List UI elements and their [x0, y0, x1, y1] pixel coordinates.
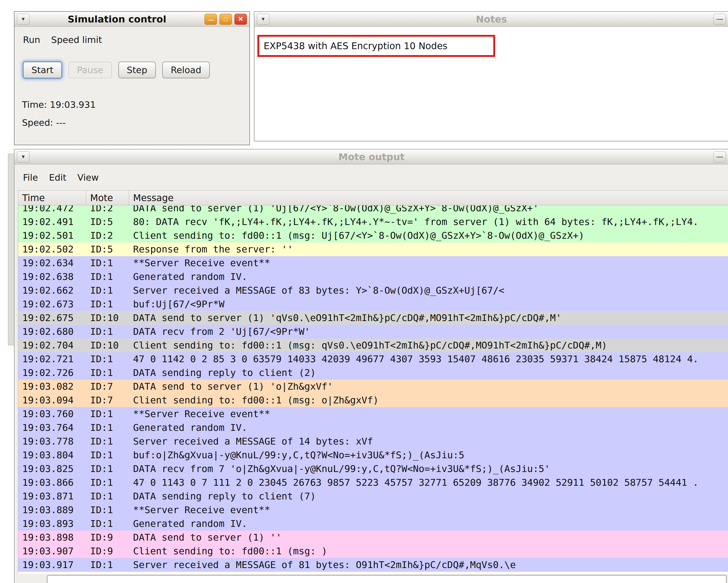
cell-message: 47 0 1142 0 2 85 3 0 63579 14033 42039 4… [129, 352, 728, 366]
notes-window: ▼ Notes — EXP5438 with AES Encryption 10… [254, 11, 728, 141]
table-row[interactable]: 19:03.866ID:147 0 1143 0 7 111 2 0 23045… [18, 476, 728, 490]
close-icon: ✕ [238, 15, 243, 23]
cell-mote: ID:1 [86, 476, 129, 490]
table-row[interactable]: 19:02.675ID:10DATA send to server (1) 'q… [18, 311, 728, 325]
table-row[interactable]: 19:02.472ID:2DATA send to server (1) 'Uj… [18, 205, 728, 215]
pause-button[interactable]: Pause [69, 62, 112, 78]
table-row[interactable]: 19:03.907ID:9Client sending to: fd00::1 … [18, 544, 728, 558]
notes-content-area[interactable]: EXP5438 with AES Encryption 10 Nodes [255, 27, 728, 140]
chevron-down-icon: ▼ [21, 16, 26, 22]
table-row[interactable]: 19:02.673ID:1buf:Uj[67/<9Pr*W [18, 297, 728, 311]
table-row[interactable]: 19:02.721ID:147 0 1142 0 2 85 3 0 63579 … [18, 352, 728, 366]
minimize-icon: — [717, 15, 723, 23]
cell-mote: ID:9 [86, 544, 129, 558]
table-header: Time Mote Message [18, 190, 728, 205]
menu-view[interactable]: View [77, 172, 99, 183]
table-row[interactable]: 19:03.082ID:7DATA send to server (1) 'o|… [18, 380, 728, 393]
cell-message: DATA send to server (1) 'o|Zh&gxVf' [129, 380, 728, 393]
table-row[interactable]: 19:02.502ID:5Response from the server: '… [18, 243, 728, 256]
close-button[interactable]: ✕ [234, 14, 247, 25]
start-button[interactable]: Start [23, 62, 62, 78]
table-row[interactable]: 19:03.804ID:1buf:o|Zh&gXvua|-y@KnuL/99:y… [18, 448, 728, 462]
cell-time: 19:03.082 [18, 380, 86, 393]
table-row[interactable]: 19:02.662ID:1Server received a MESSAGE o… [18, 284, 728, 297]
table-row[interactable]: 19:02.680ID:1DATA recv from 2 'Uj[67/<9P… [18, 325, 728, 338]
window-menu-button[interactable]: ▼ [17, 14, 29, 25]
cell-message: **Server Receive event** [129, 503, 728, 517]
annotation-highlight-box: EXP5438 with AES Encryption 10 Nodes [257, 35, 495, 57]
cell-message: Server received a MESSAGE of 14 bytes: x… [129, 435, 728, 448]
cell-time: 19:02.721 [18, 352, 86, 366]
column-header-time[interactable]: Time [18, 191, 86, 205]
cell-message: DATA recv from 7 'o|Zh&gXvua|-y@KnuL/99:… [129, 462, 728, 476]
cell-message: buf:Uj[67/<9Pr*W [129, 297, 728, 311]
simulation-menubar: Run Speed limit [15, 27, 250, 53]
cell-mote: ID:2 [86, 229, 129, 243]
cell-mote: ID:1 [86, 448, 129, 462]
mote-output-window: ▼ Mote output — File Edit View Time Mote… [14, 149, 728, 583]
cell-time: 19:03.917 [18, 558, 86, 572]
cell-message: Client sending to: fd00::1 (msg: o|Zh&gx… [129, 393, 728, 407]
cell-mote: ID:1 [86, 517, 129, 531]
menu-file[interactable]: File [23, 172, 38, 183]
table-row[interactable]: 19:02.638ID:1Generated random IV. [18, 270, 728, 284]
table-row[interactable]: 19:03.898ID:9DATA send to server (1) '' [18, 531, 728, 544]
table-row[interactable]: 19:02.704ID:10Client sending to: fd00::1… [18, 338, 728, 352]
cell-time: 19:02.638 [18, 270, 86, 284]
log-rows[interactable]: 19:02.472ID:2DATA send to server (1) 'Uj… [18, 205, 728, 574]
window-controls: — □ ✕ [205, 14, 247, 25]
cell-mote: ID:1 [86, 435, 129, 448]
table-row[interactable]: 19:02.501ID:2Client sending to: fd00::1 … [18, 229, 728, 243]
window-menu-button[interactable]: ▼ [17, 151, 29, 162]
cell-message: 80: DATA recv 'fK,;LY4+.fK,;LY4+.fK,;LY4… [129, 215, 728, 229]
step-button[interactable]: Step [118, 62, 156, 78]
cell-message: Client sending to: fd00::1 (msg: ) [129, 544, 728, 558]
minimize-icon: — [208, 17, 213, 23]
table-row[interactable]: 19:03.917ID:1Server received a MESSAGE o… [18, 558, 728, 572]
cell-time: 19:03.893 [18, 517, 86, 531]
mote-output-menubar: File Edit View [15, 164, 728, 190]
maximize-button[interactable]: □ [219, 14, 232, 25]
table-row[interactable]: 19:02.491ID:580: DATA recv 'fK,;LY4+.fK,… [18, 215, 728, 229]
cell-message: DATA send to server (1) '' [129, 531, 728, 544]
cell-mote: ID:10 [86, 311, 129, 325]
minimize-button[interactable]: — [205, 14, 217, 25]
window-menu-button[interactable]: ▼ [257, 14, 269, 25]
window-controls: — [713, 14, 726, 25]
cell-time: 19:03.889 [18, 503, 86, 517]
cell-time: 19:02.472 [18, 205, 86, 215]
table-row[interactable]: 19:03.889ID:1**Server Receive event** [18, 503, 728, 517]
cell-message: Client sending to: fd00::1 (msg: qVs0.\e… [129, 338, 728, 352]
table-row[interactable]: 19:03.871ID:1DATA sending reply to clien… [18, 490, 728, 503]
cell-time: 19:02.502 [18, 243, 86, 256]
desktop: ▼ Simulation control — □ ✕ Run Speed lim… [0, 0, 728, 583]
cell-message: DATA send to server (1) 'qVs0.\eO91hT<2m… [129, 311, 728, 325]
column-header-message[interactable]: Message [129, 191, 728, 205]
table-row[interactable]: 19:03.764ID:1Generated random IV. [18, 421, 728, 435]
cell-mote: ID:10 [86, 338, 129, 352]
cell-time: 19:03.907 [18, 544, 86, 558]
window-controls: — [713, 151, 726, 162]
table-row[interactable]: 19:03.893ID:1Generated random IV. [18, 517, 728, 531]
menu-edit[interactable]: Edit [49, 172, 67, 183]
cell-message: DATA recv from 2 'Uj[67/<9Pr*W' [129, 325, 728, 338]
table-row[interactable]: 19:03.760ID:1**Server Receive event** [18, 407, 728, 421]
cell-message: Response from the server: '' [129, 243, 728, 256]
filter-input[interactable] [47, 575, 727, 583]
minimize-button[interactable]: — [713, 151, 726, 162]
cell-mote: ID:1 [86, 352, 129, 366]
table-row[interactable]: 19:03.825ID:1DATA recv from 7 'o|Zh&gXvu… [18, 462, 728, 476]
table-row[interactable]: 19:03.778ID:1Server received a MESSAGE o… [18, 435, 728, 448]
menu-run[interactable]: Run [23, 35, 40, 45]
table-row[interactable]: 19:03.094ID:7Client sending to: fd00::1 … [18, 393, 728, 407]
table-row[interactable]: 19:02.634ID:1**Server Receive event** [18, 256, 728, 270]
column-header-mote[interactable]: Mote [86, 191, 129, 205]
cell-message: DATA sending reply to client (2) [129, 366, 728, 380]
minimize-button[interactable]: — [713, 14, 726, 25]
menu-speed-limit[interactable]: Speed limit [51, 35, 102, 45]
cell-message: Server received a MESSAGE of 81 bytes: O… [129, 558, 728, 572]
cell-mote: ID:1 [86, 325, 129, 338]
cell-message: Client sending to: fd00::1 (msg: Uj[67/<… [129, 229, 728, 243]
reload-button[interactable]: Reload [162, 62, 210, 78]
table-row[interactable]: 19:02.726ID:1DATA sending reply to clien… [18, 366, 728, 380]
